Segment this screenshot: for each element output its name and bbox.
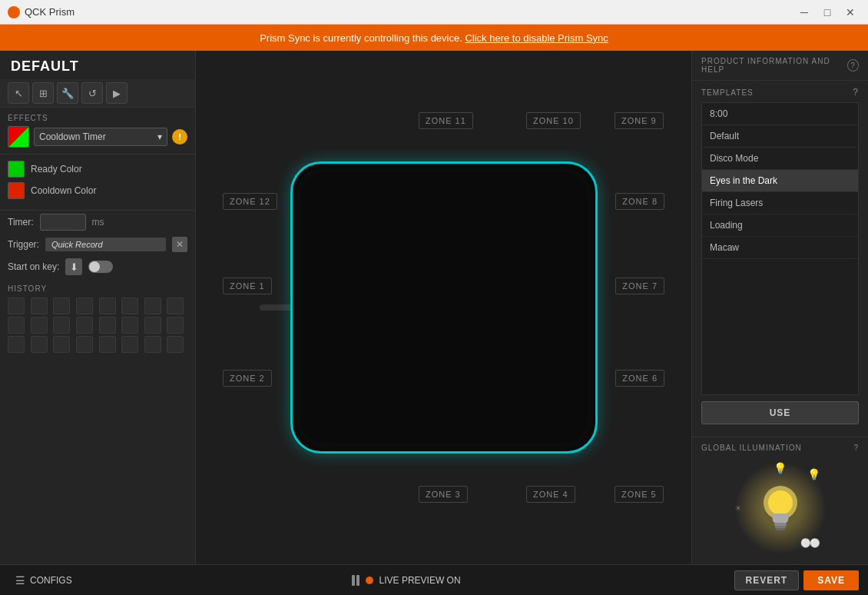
help-icon[interactable]: ?	[847, 59, 859, 71]
history-cell[interactable]	[53, 298, 70, 314]
effect-dropdown[interactable]: Cooldown Timer ▾	[34, 128, 167, 146]
history-cell[interactable]	[144, 336, 161, 353]
undo-button[interactable]: ↺	[81, 82, 103, 104]
history-cell[interactable]	[31, 317, 48, 334]
toggle-switch[interactable]	[88, 261, 113, 273]
zone-label-1[interactable]: ZONE 1	[223, 278, 272, 294]
close-button[interactable]: ✕	[840, 5, 860, 20]
timer-unit: ms	[92, 217, 104, 228]
color-section: Ready Color Cooldown Color	[0, 155, 195, 211]
grid-tool-button[interactable]: ⊞	[32, 82, 54, 104]
titlebar-left: QCK Prism	[8, 6, 75, 18]
history-cell[interactable]	[121, 336, 138, 353]
history-cell[interactable]	[53, 317, 70, 334]
use-template-button[interactable]: USE	[701, 401, 859, 424]
zone-label-7[interactable]: ZONE 7	[615, 278, 664, 294]
maximize-button[interactable]: □	[817, 5, 837, 20]
app-logo	[8, 6, 20, 18]
sync-banner: Prism Sync is currently controlling this…	[0, 25, 868, 51]
revert-button[interactable]: REVERT	[734, 570, 800, 590]
left-panel: DEFAULT ↖ ⊞ 🔧 ↺ ▶ EFFECTS Cooldown Timer…	[0, 51, 196, 564]
zone-label-12[interactable]: ZONE 12	[223, 193, 277, 210]
templates-section: TEMPLATES ? 8:00 Default Disco Mode Eyes…	[692, 81, 868, 437]
cooldown-color-label: Cooldown Color	[31, 185, 96, 196]
cooldown-color-row[interactable]: Cooldown Color	[8, 182, 187, 199]
zone-label-3[interactable]: ZONE 3	[419, 486, 468, 503]
history-cell[interactable]	[144, 317, 161, 334]
timer-label: Timer:	[8, 217, 34, 228]
history-cell[interactable]	[121, 298, 138, 314]
history-cell[interactable]	[144, 298, 161, 314]
light-bulb-glow: 💡 💡 ☀ ⚪ ⚪	[734, 462, 827, 554]
timer-input[interactable]: 3000	[40, 214, 86, 231]
svg-rect-3	[775, 526, 786, 528]
clear-trigger-button[interactable]: ✕	[172, 237, 187, 252]
mousepad-surface	[300, 171, 588, 444]
titlebar: QCK Prism ─ □ ✕	[0, 0, 868, 25]
template-item-loading[interactable]: Loading	[702, 214, 858, 237]
global-illumination-header: GLOBAL ILLUMINATION ?	[701, 444, 859, 452]
configs-label: CONFIGS	[30, 575, 72, 586]
history-cell[interactable]	[8, 317, 25, 334]
history-cell[interactable]	[76, 336, 93, 353]
history-cell[interactable]	[99, 336, 116, 353]
history-cell[interactable]	[76, 298, 93, 314]
global-illumination-help-icon[interactable]: ?	[853, 444, 859, 452]
template-item-firing-lasers[interactable]: Firing Lasers	[702, 192, 858, 214]
zone-label-5[interactable]: ZONE 5	[615, 486, 664, 503]
history-cell[interactable]	[167, 336, 184, 353]
template-item-disco-mode[interactable]: Disco Mode	[702, 148, 858, 170]
effect-color-preview[interactable]	[8, 126, 29, 148]
template-item-eyes-in-the-dark[interactable]: Eyes in the Dark	[702, 170, 858, 192]
live-preview-label: LIVE PREVIEW ON	[379, 575, 461, 586]
minimize-button[interactable]: ─	[794, 5, 814, 20]
history-cell[interactable]	[31, 298, 48, 314]
history-cell[interactable]	[167, 317, 184, 334]
toolbar: ↖ ⊞ 🔧 ↺ ▶	[0, 79, 195, 108]
svg-point-1	[768, 490, 793, 515]
light-bulb-control[interactable]: 💡 💡 ☀ ⚪ ⚪	[701, 458, 859, 558]
history-cell[interactable]	[53, 336, 70, 353]
zone-label-4[interactable]: ZONE 4	[526, 486, 575, 503]
configs-button[interactable]: ☰ CONFIGS	[9, 571, 78, 590]
save-button[interactable]: SAVE	[803, 570, 859, 590]
light-bulb-svg	[757, 481, 803, 535]
zone-label-9[interactable]: ZONE 9	[615, 112, 664, 129]
dial-top-indicator: 💡	[774, 462, 787, 474]
sync-text: Prism Sync is currently controlling this…	[260, 32, 462, 44]
history-cell[interactable]	[76, 317, 93, 334]
zone-label-11[interactable]: ZONE 11	[419, 112, 473, 129]
history-cell[interactable]	[99, 317, 116, 334]
template-item-macaw[interactable]: Macaw	[702, 237, 858, 259]
cable	[260, 304, 293, 311]
trigger-value[interactable]: Quick Record	[45, 238, 166, 251]
history-cell[interactable]	[8, 336, 25, 353]
zone-label-10[interactable]: ZONE 10	[526, 112, 581, 129]
template-item-8-00[interactable]: 8:00	[702, 103, 858, 125]
templates-list[interactable]: 8:00 Default Disco Mode Eyes in the Dark…	[701, 102, 859, 395]
svg-rect-2	[774, 523, 787, 526]
templates-help-icon[interactable]: ?	[853, 87, 859, 98]
zone-label-6[interactable]: ZONE 6	[615, 370, 664, 387]
template-item-default[interactable]: Default	[702, 125, 858, 148]
start-on-key-row: Start on key: ⬇	[0, 255, 195, 278]
ready-color-row[interactable]: Ready Color	[8, 161, 187, 178]
toggle-knob	[89, 261, 100, 272]
effect-row: Cooldown Timer ▾ !	[8, 126, 187, 148]
product-info-label: PRODUCT INFORMATION AND HELP	[701, 57, 847, 74]
play-button[interactable]: ▶	[106, 82, 128, 104]
effect-name: Cooldown Timer	[39, 131, 106, 142]
disable-sync-link[interactable]: Click here to disable Prism Sync	[465, 32, 608, 44]
history-cell[interactable]	[8, 298, 25, 314]
live-preview-indicator: LIVE PREVIEW ON	[352, 575, 461, 586]
history-cell[interactable]	[121, 317, 138, 334]
zone-label-8[interactable]: ZONE 8	[615, 193, 664, 210]
history-cell[interactable]	[99, 298, 116, 314]
global-illumination-section: GLOBAL ILLUMINATION ? 💡 💡 ☀ ⚪ ⚪	[692, 437, 868, 564]
history-cell[interactable]	[167, 298, 184, 314]
list-icon: ☰	[15, 574, 25, 587]
zone-label-2[interactable]: ZONE 2	[223, 370, 272, 387]
settings-tool-button[interactable]: 🔧	[57, 82, 78, 104]
cursor-tool-button[interactable]: ↖	[8, 82, 29, 104]
history-cell[interactable]	[31, 336, 48, 353]
